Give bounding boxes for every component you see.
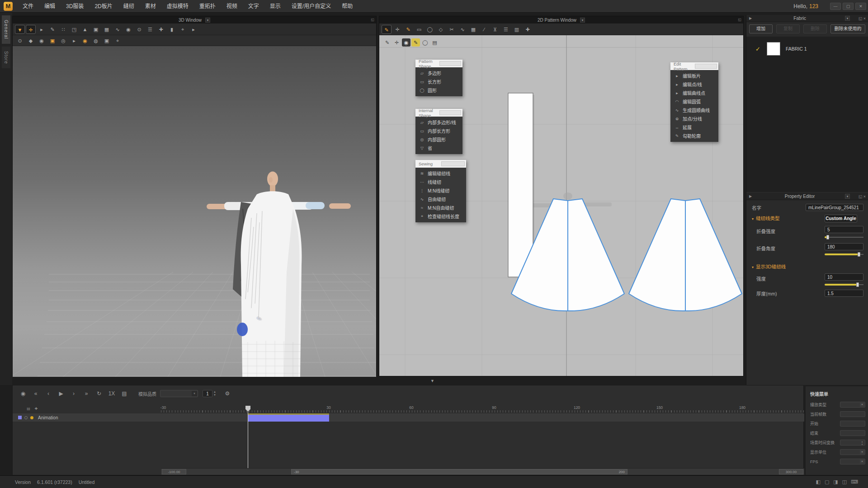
show-avatar-icon[interactable]: ⊙ <box>15 36 25 45</box>
measure-avatar-icon[interactable]: ⌖ <box>113 36 123 45</box>
edit-pattern-item-2[interactable]: ▸编辑曲线点 <box>670 89 718 97</box>
play-type-select[interactable]: ▾ <box>840 402 865 408</box>
bounding-volume-icon[interactable]: ◉ <box>80 36 90 45</box>
fabric-panel-header[interactable]: ▶ Fabric ▾ ◱ × <box>746 15 868 22</box>
menu-item-material[interactable]: 素材 <box>140 0 161 13</box>
section2-triangle-icon[interactable]: ▾ <box>752 265 754 269</box>
show-xray-icon[interactable]: ▸ <box>69 36 79 45</box>
property-collapse-icon[interactable]: ▶ <box>749 194 752 198</box>
layout-custom-icon[interactable]: ◫ <box>842 479 847 485</box>
settings-gear-icon[interactable]: ⚙ <box>222 389 232 398</box>
pattern-shape-item-1[interactable]: ▭长方形 <box>415 77 462 86</box>
timeline-collapse-arrow[interactable]: ▼ <box>430 379 434 383</box>
arrangement-points-icon[interactable]: ◎ <box>58 36 68 45</box>
layout-3d2d-icon[interactable]: ◧ <box>816 479 820 485</box>
edit-pattern-item-7[interactable]: ✎勾勒轮廓 <box>670 131 718 140</box>
menu-item-avatar[interactable]: 虚拟模特 <box>161 0 194 13</box>
menu-item-help[interactable]: 帮助 <box>336 0 358 13</box>
property-float-icon[interactable]: ◱ <box>859 194 863 199</box>
internal-shape-item-3[interactable]: ▽省 <box>415 144 462 152</box>
avatar-size-icon[interactable]: ◍ <box>91 36 101 45</box>
sewing-item-0[interactable]: ≋编辑缝纫线 <box>415 169 466 178</box>
pin-icon[interactable]: ∷ <box>58 25 68 34</box>
print-layout-icon[interactable]: ▤ <box>430 38 439 47</box>
display-unit-select[interactable]: ▾ <box>840 449 865 455</box>
property-dropdown-icon[interactable]: ▾ <box>845 194 850 199</box>
menu-item-text[interactable]: 文字 <box>243 0 264 13</box>
loop-icon[interactable]: ↻ <box>94 389 104 398</box>
move-2d-icon[interactable]: ✛ <box>392 38 401 47</box>
time-warp-spinner[interactable]: ▴▾ <box>840 440 865 446</box>
edit-sewing-3d-icon[interactable]: ▲ <box>80 25 90 34</box>
edit-pattern-pin-icon[interactable] <box>695 64 717 69</box>
simulate-icon[interactable]: ▼ <box>15 25 25 34</box>
pattern-shape-pin-icon[interactable] <box>439 61 461 66</box>
timeline-ruler[interactable]: -30 30 60 90 120 150 180 <box>161 406 804 413</box>
internal-shape-item-1[interactable]: ▭内部长方形 <box>415 127 462 135</box>
steam-brush-icon[interactable]: ∿ <box>113 25 123 34</box>
layout-2d-icon[interactable]: ◨ <box>833 479 838 485</box>
internal-shape-item-0[interactable]: ▱内部多边形/线 <box>415 118 462 127</box>
menu-item-settings-custom[interactable]: 设置/用户自定义 <box>286 0 336 13</box>
frame-count-input[interactable]: 1 <box>203 390 212 397</box>
brush-2d-icon[interactable]: ✎ <box>411 38 420 47</box>
restore-button[interactable]: ▢ <box>843 3 854 10</box>
show-shoes-icon[interactable]: ◆ <box>26 36 36 45</box>
measure-icon[interactable]: ⌖ <box>178 25 188 34</box>
rectangle-tool-icon[interactable]: ▭ <box>414 25 424 34</box>
menu-item-display[interactable]: 显示 <box>264 0 286 13</box>
fps-select[interactable]: ▾ <box>840 459 865 465</box>
3d-viewport[interactable]: ✎ <box>13 46 376 377</box>
property-editor-header[interactable]: ▶ Property Editor ▾ ◱ × <box>746 193 868 200</box>
2d-canvas[interactable]: ✎✛◉✎◯▤ Pattern Shape ▱多边形▭长方形◯圆形 Interna… <box>379 35 743 376</box>
section1-triangle-icon[interactable]: ▾ <box>752 217 754 221</box>
slash-notch-icon[interactable]: ∕ <box>479 25 489 34</box>
app-logo-icon[interactable]: M <box>4 2 13 11</box>
sewing-item-2[interactable]: ⋮M:N线缝纫 <box>415 186 466 195</box>
pattern-piece-skirt-2[interactable] <box>629 199 742 311</box>
timeline-range-scrollbar[interactable]: -100.00 -30 200 300.00 <box>161 468 804 475</box>
start-input[interactable] <box>840 421 865 427</box>
layout-3d-icon[interactable]: ▢ <box>825 479 829 485</box>
select-tape-icon[interactable]: ◉ <box>123 25 133 34</box>
seam-allowance-icon[interactable]: ✚ <box>523 25 533 34</box>
sewing-pin-icon[interactable] <box>441 161 465 166</box>
fabric-swatch[interactable] <box>767 42 780 56</box>
sewing-item-4[interactable]: ≈M:N自由缝纫 <box>415 203 466 212</box>
edit-pattern-item-5[interactable]: ⊕加点/分线 <box>670 114 718 123</box>
sewing-item-1[interactable]: ⋯线缝纫 <box>415 178 466 186</box>
fabric-dropdown-icon[interactable]: ▾ <box>845 16 850 21</box>
skeleton-icon[interactable]: ☰ <box>145 25 155 34</box>
circle-2d-icon[interactable]: ◯ <box>421 38 429 47</box>
transform-pattern-icon[interactable]: ✎ <box>382 25 392 34</box>
menu-item-edit[interactable]: 编辑 <box>39 0 61 13</box>
curve-tool-icon[interactable]: ∿ <box>458 25 467 34</box>
sewing-item-5[interactable]: ⌖检查缝纫线长度 <box>415 212 466 221</box>
fabric-list-item[interactable]: ✓ FABRIC 1 <box>746 42 868 56</box>
pose-icon[interactable]: ▣ <box>102 36 112 45</box>
3d-window-float-icon[interactable]: ◱ <box>371 18 374 22</box>
select-pin-icon[interactable]: ✎ <box>47 25 57 34</box>
grading-icon[interactable]: ⊻ <box>490 25 500 34</box>
track-record-dot[interactable] <box>30 416 33 419</box>
range-thumb[interactable]: -30 200 <box>291 469 627 474</box>
play-icon[interactable]: ▶ <box>56 389 66 398</box>
menu-item-3d-garment[interactable]: 3D服装 <box>61 0 89 13</box>
fabric-close-icon[interactable]: × <box>863 16 866 21</box>
strength-slider[interactable] <box>825 282 863 287</box>
display-mode-icon[interactable]: ▤ <box>119 389 129 398</box>
edit-pattern-item-4[interactable]: ∿生成圆顺曲线 <box>670 106 718 114</box>
tab-store[interactable]: Store <box>2 47 10 69</box>
menu-item-2d-pattern[interactable]: 2D板片 <box>89 0 118 13</box>
edit-pattern-item-0[interactable]: ▸编辑板片 <box>670 71 718 80</box>
fabric-float-icon[interactable]: ◱ <box>859 16 863 21</box>
dart-tool-icon[interactable]: ◇ <box>436 25 446 34</box>
internal-shape-pin-icon[interactable] <box>439 110 461 115</box>
scissors-icon[interactable]: ✂ <box>447 25 457 34</box>
section-sewing-line-type[interactable]: ▾缝纫线类型 Custom Angle <box>752 215 863 221</box>
menu-item-sewing[interactable]: 缝纫 <box>118 0 140 13</box>
playhead-line[interactable] <box>248 406 248 469</box>
thickness-input[interactable]: 1.5 <box>825 290 863 297</box>
edit-pattern-2d-icon[interactable]: ✛ <box>392 25 402 34</box>
sewing-item-3[interactable]: ∿自由缝纫 <box>415 195 466 203</box>
